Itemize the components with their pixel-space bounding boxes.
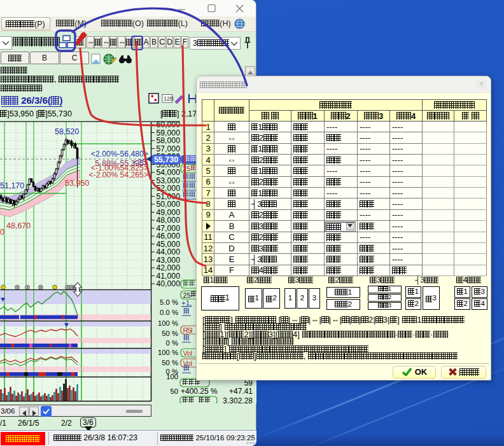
svg-text:100 %: 100 % bbox=[158, 319, 178, 327]
svg-text:100: 100 bbox=[166, 373, 178, 380]
svg-text:50 %: 50 % bbox=[162, 330, 178, 337]
svg-text:5: 5 bbox=[186, 165, 190, 172]
svg-text:50: 50 bbox=[170, 387, 178, 395]
svg-text:I: I bbox=[191, 326, 193, 334]
svg-text:5.0 %: 5.0 % bbox=[160, 298, 178, 306]
svg-text:5: 5 bbox=[187, 291, 191, 299]
svg-text:53,950: 53,950 bbox=[65, 179, 89, 188]
svg-text:58,520: 58,520 bbox=[55, 127, 79, 136]
svg-text:0: 0 bbox=[0, 228, 4, 237]
svg-text:3,302.28: 3,302.28 bbox=[223, 396, 253, 403]
svg-text:l: l bbox=[191, 349, 192, 357]
svg-text:<2.00%-56,480>: <2.00%-56,480> bbox=[91, 150, 148, 158]
svg-text:l: l bbox=[191, 359, 192, 367]
svg-text:0.0 %: 0.0 % bbox=[160, 309, 178, 316]
svg-text:50 %: 50 % bbox=[162, 359, 178, 366]
svg-text:+1,: +1, bbox=[181, 299, 192, 307]
svg-text:<-2.00% 54,265>: <-2.00% 54,265> bbox=[88, 171, 148, 179]
svg-text:55,730: 55,730 bbox=[154, 155, 178, 164]
svg-text:+47.41: +47.41 bbox=[229, 387, 253, 396]
svg-text:12B: 12B bbox=[164, 95, 174, 102]
svg-text:51,170: 51,170 bbox=[0, 181, 24, 190]
svg-text:100 %: 100 % bbox=[158, 349, 178, 356]
svg-text:+400.25 %: +400.25 % bbox=[181, 387, 218, 396]
svg-text:0 %: 0 % bbox=[166, 339, 178, 347]
svg-text:40,000: 40,000 bbox=[156, 279, 180, 288]
svg-text:48,670: 48,670 bbox=[6, 221, 31, 230]
